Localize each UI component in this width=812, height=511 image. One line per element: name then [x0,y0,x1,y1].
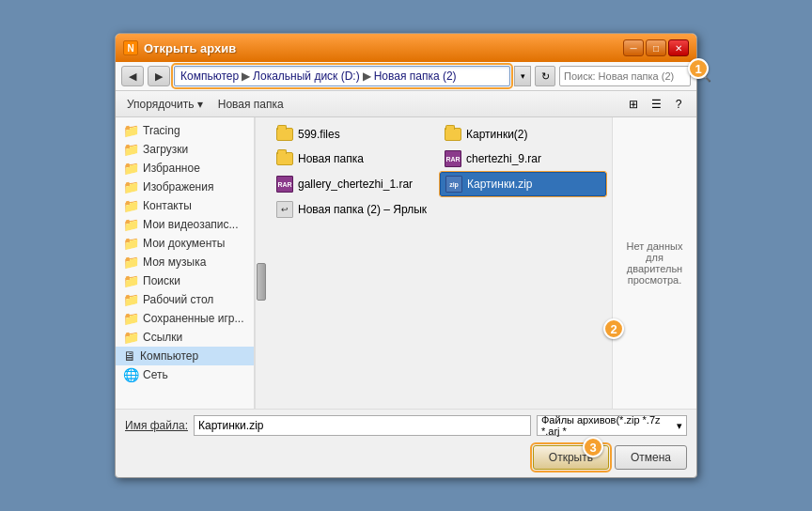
folder-icon: 📁 [123,179,139,194]
file-name: 599.files [298,128,340,141]
sidebar-item-contacts[interactable]: 📁 Контакты [116,196,254,215]
view-grid-button[interactable]: ⊞ [623,95,644,114]
title-bar: N Открыть архив ─ □ ✕ [116,34,696,62]
scrollbar-thumb[interactable] [257,263,266,301]
new-folder-label: Новая папка [218,98,284,111]
file-name: Новая папка [298,152,364,165]
folder-icon: 📁 [123,236,139,251]
sidebar-scrollbar[interactable] [255,117,266,409]
sidebar-label: Рабочий стол [143,293,213,306]
back-button[interactable]: ◀ [121,66,144,86]
rar-icon: RAR [276,176,293,193]
filetype-label: Файлы архивов(*.zip *.7z *.arj * [541,414,677,437]
zip-icon: zip [445,176,462,193]
file-name: chertezhi_9.rar [466,152,541,165]
sidebar-item-links[interactable]: 📁 Ссылки [116,328,254,347]
folder-icon: 📁 [123,123,139,138]
address-breadcrumb[interactable]: Компьютер ▶ Локальный диск (D:) ▶ Новая … [174,66,510,86]
minimize-button[interactable]: ─ [623,39,644,56]
open-archive-dialog: N Открыть архив ─ □ ✕ ◀ ▶ Компьютер ▶ Ло… [115,33,697,478]
filetype-dropdown[interactable]: Файлы архивов(*.zip *.7z *.arj * ▾ [537,415,687,436]
sidebar-label: Компьютер [140,349,198,363]
file-item-599files[interactable]: 599.files [272,123,438,146]
sidebar-item-documents[interactable]: 📁 Мои документы [116,234,254,253]
close-button[interactable]: ✕ [668,39,689,56]
sidebar-label: Сохраненные игр... [143,312,244,325]
filename-input[interactable] [194,415,531,436]
sidebar-item-images[interactable]: 📁 Изображения [116,178,254,196]
file-grid: 599.files Картинки(2) Новая папка [272,123,606,221]
sidebar-item-desktop[interactable]: 📁 Рабочий стол [116,290,254,309]
preview-panel: Нет данных для дварительн просмотра. [612,117,696,409]
computer-icon: 🖥 [123,348,136,364]
file-item-shortcut[interactable]: ↩ Новая папка (2) – Ярлык [272,198,438,221]
file-name: gallery_chertezhi_1.rar [298,178,413,191]
file-item-kartinki2[interactable]: Картинки(2) [440,123,606,146]
sidebar-label: Tracing [143,124,180,137]
sidebar-item-network[interactable]: 🌐 Сеть [116,365,254,384]
breadcrumb-separator-1: ▶ [242,70,250,83]
refresh-button[interactable]: ↻ [535,66,555,86]
organize-button[interactable]: Упорядочить ▾ [123,96,207,113]
sidebar-label: Избранное [143,162,200,175]
sidebar-item-music[interactable]: 📁 Моя музыка [116,253,254,271]
file-item-gallery-rar[interactable]: RAR gallery_chertezhi_1.rar [272,172,438,196]
sidebar-label: Сеть [143,368,168,381]
breadcrumb-part-1: Компьютер [180,70,239,83]
help-button[interactable]: ? [668,95,689,114]
bottom-bar: Имя файла: Файлы архивов(*.zip *.7z *.ar… [116,409,696,441]
dialog-title: Открыть архив [144,41,236,55]
folder-icon: 📁 [123,217,139,232]
toolbar: Упорядочить ▾ Новая папка ⊞ ☰ ? [116,91,696,117]
forward-button[interactable]: ▶ [148,66,170,86]
sidebar-item-favorites[interactable]: 📁 Избранное [116,159,254,178]
shortcut-icon: ↩ [276,201,293,218]
folder-icon [276,126,293,143]
search-input[interactable] [560,70,697,82]
folder-icon: 📁 [123,142,139,157]
search-box[interactable]: 🔍 [559,66,691,86]
sidebar-label: Поиски [143,274,180,287]
sidebar-item-tracing[interactable]: 📁 Tracing [116,121,254,140]
folder-icon: 📁 [123,161,139,176]
folder-icon: 📁 [123,198,139,213]
sidebar: 📁 Tracing 📁 Загрузки 📁 Избранное 📁 Изобр… [116,117,255,409]
cancel-button[interactable]: Отмена [615,445,687,470]
breadcrumb-part-2: Локальный диск (D:) [253,70,360,83]
rar-icon: RAR [445,150,461,167]
sidebar-label: Мои документы [143,237,225,250]
sidebar-item-searches[interactable]: 📁 Поиски [116,271,254,290]
file-name: Картинки.zip [467,178,533,191]
folder-icon [276,150,293,167]
preview-text: Нет данных для дварительн просмотра. [620,240,689,286]
file-name: Новая папка (2) – Ярлык [298,203,427,216]
folder-icon [445,126,461,143]
address-bar: ◀ ▶ Компьютер ▶ Локальный диск (D:) ▶ Но… [116,62,696,91]
maximize-button[interactable]: □ [646,39,666,56]
callout-1: 1 [688,58,709,79]
new-folder-button[interactable]: Новая папка [214,96,288,113]
organize-label: Упорядочить ▾ [127,98,203,111]
sidebar-item-videos[interactable]: 📁 Мои видеозапис... [116,215,254,234]
folder-icon: 📁 [123,255,139,270]
title-buttons: ─ □ ✕ [623,39,689,56]
sidebar-label: Ссылки [143,331,182,344]
filename-label: Имя файла: [125,419,188,432]
callout-2: 2 [603,318,624,339]
breadcrumb-separator-2: ▶ [363,70,371,83]
file-item-novaya-papka[interactable]: Новая папка [272,147,438,170]
sidebar-item-downloads[interactable]: 📁 Загрузки [116,140,254,159]
sidebar-label: Загрузки [143,143,188,156]
dropdown-arrow-icon: ▾ [677,420,682,432]
file-item-kartinki-zip[interactable]: zip Картинки.zip [440,172,606,196]
breadcrumb-part-3: Новая папка (2) [374,70,457,83]
address-dropdown-button[interactable]: ▾ [514,66,531,86]
folder-icon: 📁 [123,292,139,307]
folder-icon: 📁 [123,330,139,345]
file-item-chertezhi-rar[interactable]: RAR chertezhi_9.rar [440,147,606,170]
sidebar-label: Контакты [143,199,192,212]
sidebar-item-saved-games[interactable]: 📁 Сохраненные игр... [116,309,254,328]
callout-3: 3 [583,437,603,457]
sidebar-item-computer[interactable]: 🖥 Компьютер [116,347,254,365]
view-list-button[interactable]: ☰ [646,95,666,114]
